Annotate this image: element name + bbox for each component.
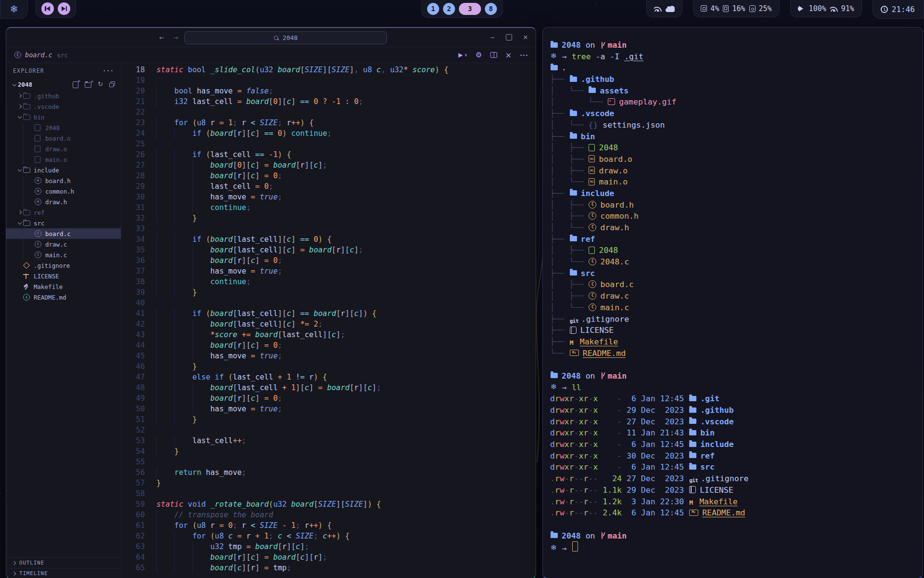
cpu-usage: 4% xyxy=(710,4,719,13)
system-stats-module[interactable]: 4% 16% 25% xyxy=(693,0,779,17)
line-number: 63 xyxy=(121,541,156,552)
file-tree: .github.vscodebin2048board.odraw.omain.o… xyxy=(6,91,121,557)
fo-icon xyxy=(551,373,558,378)
code-line-23: 23 for (u8 r = 1; r < SIZE; r++) { xyxy=(121,118,536,128)
line-number: 20 xyxy=(121,86,156,96)
wifi-idle-icon xyxy=(654,6,662,12)
code-line-55: 55 xyxy=(121,457,536,467)
minimize-button[interactable]: − xyxy=(490,33,495,41)
file-label: board.h xyxy=(45,177,71,184)
command-center-search[interactable]: 2048 xyxy=(184,31,387,44)
terminal-line: ├── .github xyxy=(550,74,918,85)
explorer-item-board.h[interactable]: board.h xyxy=(6,175,121,186)
file-label: board.c xyxy=(45,230,71,237)
timeline-label: TIMELINE xyxy=(19,570,48,577)
code-line-20: 20 bool has_move = false; xyxy=(121,86,536,96)
run-file-button[interactable]: ▶∨ xyxy=(458,52,467,58)
line-number: 22 xyxy=(121,107,156,118)
file-label: draw.o xyxy=(45,145,67,153)
explorer-item-draw.c[interactable]: draw.c xyxy=(6,239,121,250)
bk-icon xyxy=(570,327,577,334)
terminal-content: 2048 on main→ tree -a -I .git.├── .githu… xyxy=(543,27,923,578)
explorer-item-.gitignore[interactable]: .gitignore xyxy=(6,260,121,271)
media-previous-button[interactable] xyxy=(41,2,54,15)
indent-guide xyxy=(23,175,23,186)
explorer-item-LICENSE[interactable]: LICENSE xyxy=(6,271,121,281)
audio-network-module[interactable]: 100% 91% xyxy=(790,0,862,17)
nav-back-icon[interactable]: ← xyxy=(159,33,164,42)
launcher-button[interactable]: ❄ xyxy=(0,0,28,19)
new-folder-button[interactable] xyxy=(85,81,91,88)
skip-forward-icon xyxy=(58,2,70,15)
timeline-panel[interactable]: TIMELINE xyxy=(6,568,121,578)
explorer-item-draw.o[interactable]: draw.o xyxy=(6,144,121,154)
window-terminal[interactable]: 2048 on main→ tree -a -I .git.├── .githu… xyxy=(542,27,923,578)
terminal-line: │ ├── common.h xyxy=(550,210,918,222)
explorer-item-bin[interactable]: bin xyxy=(6,112,121,122)
outline-panel[interactable]: OUTLINE xyxy=(6,558,121,568)
skip-back-icon xyxy=(41,2,54,15)
explorer-item-ref[interactable]: ref xyxy=(6,207,121,218)
new-file-button[interactable] xyxy=(73,81,78,88)
explorer-item-.github[interactable]: .github xyxy=(6,91,121,101)
connectivity-module[interactable] xyxy=(646,0,682,17)
c-icon xyxy=(589,223,596,231)
file-icon xyxy=(35,124,40,131)
fo-icon xyxy=(551,533,558,538)
code-line-50: 50 has_move = true; xyxy=(121,404,536,414)
terminal-line: │ └── gameplay.gif xyxy=(550,96,918,108)
explorer-item-include[interactable]: include xyxy=(6,165,121,175)
terminal-line: │ └── {} settings.json xyxy=(550,119,918,131)
explorer-item-board.c[interactable]: board.c xyxy=(6,228,121,239)
explorer-item-README.md[interactable]: README.md xyxy=(6,292,121,302)
fo-icon xyxy=(570,236,577,241)
terminal-line: │ ├── draw.o xyxy=(550,165,918,177)
line-number: 60 xyxy=(121,510,156,520)
explorer-item-draw.h[interactable]: draw.h xyxy=(6,197,121,207)
close-button[interactable]: × xyxy=(523,33,528,42)
explorer-item-Makefile[interactable]: Makefile xyxy=(6,281,121,292)
file-label: board.o xyxy=(45,135,71,142)
explorer-item-src[interactable]: src xyxy=(6,218,121,228)
workspace-3[interactable]: 3 xyxy=(459,3,481,15)
workspace-2[interactable]: 2 xyxy=(443,3,455,15)
explorer-sidebar: EXPLORER ··· 2048 ↻ .github.vscodebin204… xyxy=(6,63,121,578)
refresh-icon: ↻ xyxy=(98,81,103,88)
terminal-line: .rw-r--r-- 2.4k 6 Jan 12:45 README.md xyxy=(550,507,918,519)
collapse-all-button[interactable] xyxy=(109,81,115,88)
explorer-item-.vscode[interactable]: .vscode xyxy=(6,101,121,112)
workspace-8[interactable]: 8 xyxy=(485,3,497,15)
line-number: 35 xyxy=(121,245,156,255)
maximize-button[interactable] xyxy=(506,34,512,40)
refresh-button[interactable]: ↻ xyxy=(98,81,103,88)
close-editor-button[interactable]: × xyxy=(505,51,512,60)
code-line-64: 64 board[r][c] = board[c][r]; xyxy=(121,552,536,563)
settings-button[interactable]: ⚙ xyxy=(475,51,482,59)
cloud-icon xyxy=(666,8,675,12)
explorer-item-2048[interactable]: 2048 xyxy=(6,122,121,133)
explorer-item-board.o[interactable]: board.o xyxy=(6,133,121,144)
tab-folder: src xyxy=(57,52,68,59)
explorer-item-common.h[interactable]: common.h xyxy=(6,186,121,197)
explorer-item-main.c[interactable]: main.c xyxy=(6,250,121,260)
explorer-item-main.o[interactable]: main.o xyxy=(6,154,121,165)
line-number: 34 xyxy=(121,234,156,245)
media-next-button[interactable] xyxy=(58,2,70,15)
workspace-1[interactable]: 1 xyxy=(427,3,439,15)
file-label: 2048 xyxy=(45,124,60,131)
more-actions-button[interactable]: ··· xyxy=(520,52,528,59)
split-editor-icon xyxy=(490,52,497,58)
vscode-titlebar[interactable]: ← → 2048 − × xyxy=(6,28,536,47)
clock-module[interactable]: 21:46 xyxy=(873,0,924,19)
code-editor[interactable]: 18static bool _slide_col(u32 board[SIZE]… xyxy=(121,63,536,578)
explorer-root-section[interactable]: 2048 ↻ xyxy=(6,79,121,91)
nav-forward-icon[interactable]: → xyxy=(174,33,179,42)
line-number: 26 xyxy=(121,149,156,160)
explorer-menu-icon[interactable]: ··· xyxy=(103,67,114,74)
tab-filename[interactable]: board.c xyxy=(25,51,52,59)
vscode-tabbar: board.c src ▶∨ ⚙ × ··· xyxy=(6,47,536,63)
split-editor-button[interactable] xyxy=(490,52,497,58)
minimize-icon: − xyxy=(490,33,495,41)
file-label: main.c xyxy=(45,251,67,259)
file-icon xyxy=(35,145,40,152)
